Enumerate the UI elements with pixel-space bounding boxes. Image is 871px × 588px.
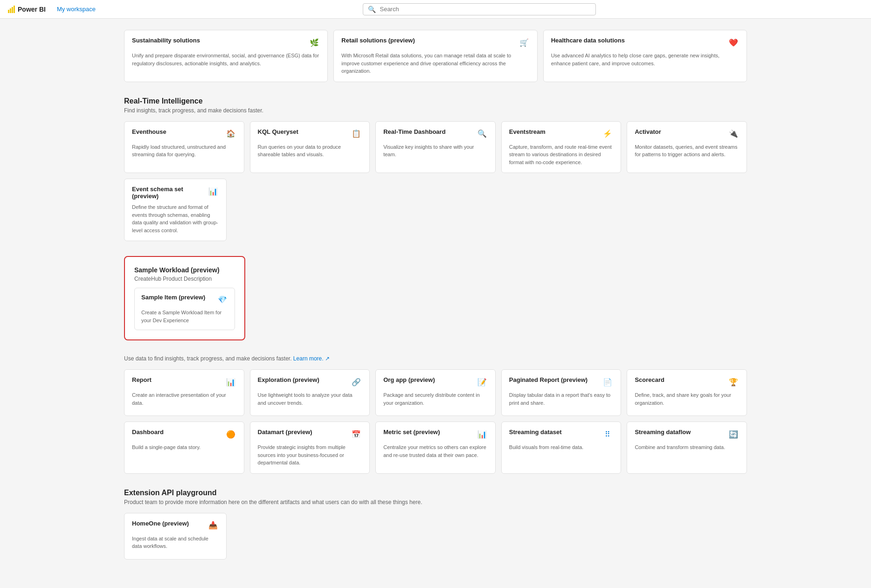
- card-title: Retail solutions (preview): [341, 37, 415, 44]
- card-paginated-report[interactable]: Paginated Report (preview) 📄 Display tab…: [501, 369, 622, 416]
- use-data-section: Use data to find insights, track progres…: [124, 355, 747, 474]
- card-title: Sustainability solutions: [132, 37, 200, 44]
- card-report[interactable]: Report 📊 Create an interactive presentat…: [124, 369, 244, 416]
- sustainability-icon: 🌿: [309, 37, 320, 48]
- workspace-link[interactable]: My workspace: [57, 6, 96, 13]
- card-desc: Centralize your metrics so others can ex…: [383, 443, 488, 459]
- card-desc: Capture, transform, and route real-time …: [509, 143, 614, 166]
- card-scorecard[interactable]: Scorecard 🏆 Define, track, and share key…: [627, 369, 747, 416]
- card-event-schema[interactable]: Event schema set (preview) 📊 Define the …: [124, 179, 227, 241]
- card-title: Streaming dataflow: [635, 429, 691, 436]
- card-desc: Create an interactive presentation of yo…: [132, 391, 236, 407]
- svg-rect-1: [10, 8, 11, 13]
- card-homeone[interactable]: HomeOne (preview) 📥 Ingest data at scale…: [124, 513, 227, 560]
- streaming-dataflow-icon: 🔄: [728, 429, 739, 440]
- card-title: Activator: [635, 128, 661, 135]
- card-title: KQL Queryset: [258, 128, 298, 135]
- card-eventstream[interactable]: Eventstream ⚡ Capture, transform, and ro…: [501, 121, 622, 173]
- real-time-title: Real-Time Intelligence: [124, 97, 747, 105]
- activator-icon: 🔌: [728, 128, 739, 139]
- metric-set-icon: 📊: [477, 429, 488, 440]
- event-schema-grid: Event schema set (preview) 📊 Define the …: [124, 179, 747, 241]
- card-streaming-dataflow[interactable]: Streaming dataflow 🔄 Combine and transfo…: [627, 422, 747, 474]
- eventhouse-icon: 🏠: [225, 128, 236, 139]
- card-title: Eventstream: [509, 128, 546, 135]
- card-sustainability[interactable]: Sustainability solutions 🌿 Unify and pre…: [124, 30, 328, 82]
- card-kql-queryset[interactable]: KQL Queryset 📋 Run queries on your data …: [250, 121, 370, 173]
- streaming-dataset-icon: ⠿: [602, 429, 613, 440]
- sample-workload-section: Sample Workload (preview) CreateHub Prod…: [124, 256, 747, 340]
- card-title: Exploration (preview): [258, 376, 319, 383]
- card-activator[interactable]: Activator 🔌 Monitor datasets, queries, a…: [627, 121, 747, 173]
- card-realtime-dashboard[interactable]: Real-Time Dashboard 🔍 Visualize key insi…: [375, 121, 496, 173]
- card-desc: Ingest data at scale and schedule data w…: [132, 535, 219, 550]
- sample-item-desc: Create a Sample Workload Item for your D…: [141, 309, 228, 324]
- real-time-cards-row1: Eventhouse 🏠 Rapidly load structured, un…: [124, 121, 747, 173]
- card-healthcare[interactable]: Healthcare data solutions ❤️ Use advance…: [543, 30, 747, 82]
- card-exploration[interactable]: Exploration (preview) 🔗 Use lightweight …: [250, 369, 370, 416]
- svg-rect-2: [12, 7, 13, 13]
- datamart-icon: 📅: [351, 429, 362, 440]
- card-title: Dashboard: [132, 429, 164, 436]
- sample-workload-card: Sample Workload (preview) CreateHub Prod…: [124, 256, 245, 340]
- real-time-cards-row2: Event schema set (preview) 📊 Define the …: [124, 179, 747, 241]
- svg-rect-3: [14, 6, 15, 13]
- card-title: Healthcare data solutions: [551, 37, 625, 44]
- svg-rect-0: [8, 10, 9, 13]
- card-desc: Use lightweight tools to analyze your da…: [258, 391, 362, 407]
- card-streaming-dataset[interactable]: Streaming dataset ⠿ Build visuals from r…: [501, 422, 622, 474]
- scorecard-icon: 🏆: [728, 376, 739, 387]
- sample-item-card[interactable]: Sample Item (preview) 💎 Create a Sample …: [134, 288, 235, 330]
- card-metric-set[interactable]: Metric set (preview) 📊 Centralize your m…: [375, 422, 496, 474]
- card-title: Org app (preview): [383, 376, 435, 383]
- card-desc: Rapidly load structured, unstructured an…: [132, 143, 236, 159]
- card-title: Event schema set (preview): [132, 186, 207, 200]
- learn-more-link[interactable]: Learn more. ↗: [293, 355, 330, 362]
- main-content: Sustainability solutions 🌿 Unify and pre…: [109, 19, 762, 586]
- card-desc: Package and securely distribute content …: [383, 391, 488, 407]
- use-data-row1: Report 📊 Create an interactive presentat…: [124, 369, 747, 416]
- extension-api-cards: HomeOne (preview) 📥 Ingest data at scale…: [124, 513, 747, 560]
- app-header: Power BI My workspace 🔍: [0, 0, 871, 19]
- card-title: Report: [132, 376, 152, 383]
- extension-api-title: Extension API playground: [124, 489, 747, 497]
- card-desc: Run queries on your data to produce shar…: [258, 143, 362, 159]
- real-time-section: Real-Time Intelligence Find insights, tr…: [124, 97, 747, 242]
- card-title: Metric set (preview): [383, 429, 440, 436]
- report-icon: 📊: [225, 376, 236, 387]
- use-data-desc: Use data to find insights, track progres…: [124, 355, 747, 362]
- realtime-dashboard-icon: 🔍: [477, 128, 488, 139]
- card-org-app[interactable]: Org app (preview) 📝 Package and securely…: [375, 369, 496, 416]
- card-desc: Provide strategic insights from multiple…: [258, 443, 362, 467]
- card-dashboard[interactable]: Dashboard 🟠 Build a single-page data sto…: [124, 422, 244, 474]
- card-desc: Visualize key insights to share with you…: [383, 143, 488, 159]
- card-desc: Define the structure and format of event…: [132, 203, 219, 234]
- exploration-icon: 🔗: [351, 376, 362, 387]
- sample-workload-title: Sample Workload (preview): [134, 266, 235, 274]
- powerbi-icon: [7, 5, 16, 14]
- card-datamart[interactable]: Datamart (preview) 📅 Provide strategic i…: [250, 422, 370, 474]
- card-title: Datamart (preview): [258, 429, 312, 436]
- search-input[interactable]: [380, 6, 591, 13]
- card-desc: With Microsoft Retail data solutions, yo…: [341, 52, 529, 75]
- search-box[interactable]: 🔍: [363, 3, 596, 15]
- card-desc: Build visuals from real-time data.: [509, 443, 614, 451]
- dashboard-icon: 🟠: [225, 429, 236, 440]
- sample-item-icon: 💎: [217, 294, 228, 305]
- sample-workload-subtitle: CreateHub Product Description: [134, 276, 235, 282]
- healthcare-icon: ❤️: [728, 37, 739, 48]
- card-title: Paginated Report (preview): [509, 376, 588, 383]
- card-desc: Use advanced AI analytics to help close …: [551, 52, 739, 67]
- brand-logo: Power BI: [7, 5, 46, 14]
- card-title: Scorecard: [635, 376, 664, 383]
- card-retail[interactable]: Retail solutions (preview) 🛒 With Micros…: [333, 30, 537, 82]
- card-eventhouse[interactable]: Eventhouse 🏠 Rapidly load structured, un…: [124, 121, 244, 173]
- eventstream-icon: ⚡: [602, 128, 613, 139]
- extension-api-desc: Product team to provide more information…: [124, 499, 747, 505]
- search-icon: 🔍: [368, 6, 376, 13]
- card-title: HomeOne (preview): [132, 520, 189, 527]
- sample-item-title: Sample Item (preview): [141, 294, 205, 301]
- org-app-icon: 📝: [477, 376, 488, 387]
- search-container: 🔍: [363, 3, 596, 15]
- card-desc: Unify and prepare disparate environmenta…: [132, 52, 320, 67]
